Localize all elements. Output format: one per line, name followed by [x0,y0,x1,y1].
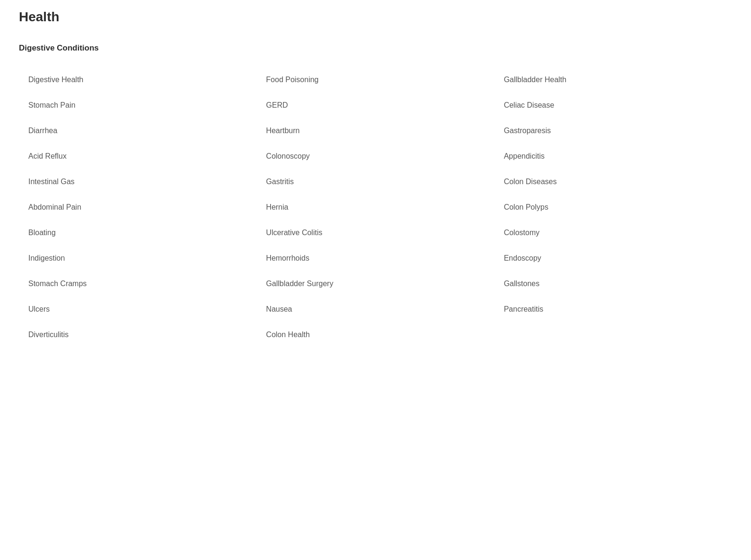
list-item[interactable]: Celiac Disease [495,93,732,118]
list-item[interactable]: Diarrhea [19,118,256,144]
list-item[interactable]: GERD [256,93,494,118]
list-item[interactable]: Stomach Pain [19,93,256,118]
list-item[interactable]: Colon Health [256,322,494,348]
list-item[interactable]: Ulcers [19,297,256,322]
digestive-conditions-section: Digestive Conditions Digestive HealthSto… [19,43,732,348]
conditions-grid: Digestive HealthStomach PainDiarrheaAcid… [19,67,732,348]
list-item[interactable]: Gallbladder Surgery [256,271,494,297]
list-item[interactable]: Appendicitis [495,144,732,169]
section-title: Digestive Conditions [19,43,732,53]
list-item[interactable]: Ulcerative Colitis [256,220,494,246]
list-item[interactable]: Pancreatitis [495,297,732,322]
list-item[interactable]: Heartburn [256,118,494,144]
list-item[interactable]: Colon Polyps [495,195,732,220]
column-1: Digestive HealthStomach PainDiarrheaAcid… [19,67,256,348]
page-title: Health [19,9,732,25]
list-item[interactable]: Bloating [19,220,256,246]
list-item[interactable]: Colostomy [495,220,732,246]
list-item[interactable]: Colon Diseases [495,169,732,195]
list-item[interactable]: Indigestion [19,246,256,271]
list-item[interactable]: Gallstones [495,271,732,297]
list-item[interactable]: Acid Reflux [19,144,256,169]
list-item[interactable]: Gastroparesis [495,118,732,144]
list-item[interactable]: Nausea [256,297,494,322]
list-item[interactable]: Hemorrhoids [256,246,494,271]
list-item[interactable]: Diverticulitis [19,322,256,348]
list-item[interactable]: Abdominal Pain [19,195,256,220]
list-item[interactable]: Gallbladder Health [495,67,732,93]
list-item[interactable]: Stomach Cramps [19,271,256,297]
column-2: Food PoisoningGERDHeartburnColonoscopyGa… [256,67,494,348]
list-item[interactable]: Colonoscopy [256,144,494,169]
list-item[interactable]: Endoscopy [495,246,732,271]
list-item[interactable]: Gastritis [256,169,494,195]
list-item[interactable]: Food Poisoning [256,67,494,93]
list-item[interactable]: Digestive Health [19,67,256,93]
list-item[interactable]: Intestinal Gas [19,169,256,195]
column-3: Gallbladder HealthCeliac DiseaseGastropa… [495,67,732,348]
list-item[interactable]: Hernia [256,195,494,220]
